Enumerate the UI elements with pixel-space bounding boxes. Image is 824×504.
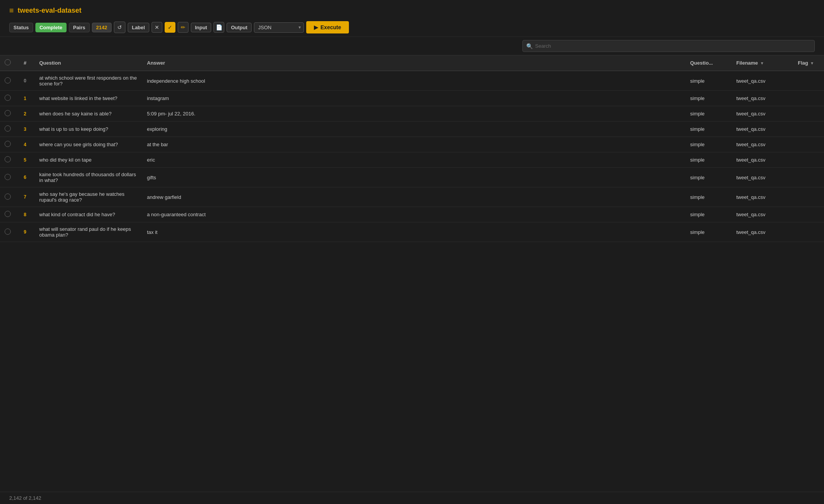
search-container: 🔍 <box>522 40 815 52</box>
row-questiontype-cell: simple <box>686 168 732 187</box>
row-radio[interactable] <box>5 211 11 217</box>
pencil-icon: ✏ <box>181 24 185 30</box>
th-flag[interactable]: Flag ▾ <box>793 55 824 71</box>
row-filename-cell: tweet_qa.csv <box>732 187 793 207</box>
row-filename-cell: tweet_qa.csv <box>732 152 793 168</box>
input-button[interactable]: Input <box>191 23 212 32</box>
row-questiontype-cell: simple <box>686 187 732 207</box>
th-checkbox[interactable] <box>0 55 15 71</box>
record-count: 2,142 of 2,142 <box>9 495 41 501</box>
app-icon: ≡ <box>9 6 14 15</box>
row-flag-cell <box>793 207 824 222</box>
th-questiontype: Questio... <box>686 55 732 71</box>
toolbar: Status Complete Pairs 2142 ↺ Label ✕ ✓ ✏… <box>9 21 815 33</box>
row-flag-cell <box>793 168 824 187</box>
row-questiontype-cell: simple <box>686 106 732 122</box>
confirm-label-button[interactable]: ✓ <box>165 22 175 33</box>
row-radio[interactable] <box>5 110 11 116</box>
row-radio[interactable] <box>5 141 11 147</box>
row-checkbox-cell[interactable] <box>0 187 15 207</box>
app-title: tweets-eval-dataset <box>18 7 82 15</box>
row-radio[interactable] <box>5 77 11 83</box>
row-radio[interactable] <box>5 229 11 235</box>
row-question-cell: kaine took hundreds of thousands of doll… <box>35 168 142 187</box>
search-input[interactable] <box>522 40 815 52</box>
row-filename-cell: tweet_qa.csv <box>732 122 793 137</box>
check-icon: ✓ <box>168 24 172 30</box>
row-filename-cell: tweet_qa.csv <box>732 71 793 91</box>
row-num-cell: 8 <box>15 207 35 222</box>
table-row: 4where can you see girls doing that?at t… <box>0 137 824 152</box>
row-filename-cell: tweet_qa.csv <box>732 91 793 106</box>
row-answer-cell: gifts <box>142 168 686 187</box>
table-row: 6kaine took hundreds of thousands of dol… <box>0 168 824 187</box>
sort-flag-icon: ▾ <box>811 61 813 65</box>
row-radio[interactable] <box>5 95 11 101</box>
edit-button[interactable]: ✏ <box>178 22 188 33</box>
play-icon: ▶ <box>314 24 318 30</box>
row-flag-cell <box>793 106 824 122</box>
row-num-cell: 4 <box>15 137 35 152</box>
output-button[interactable]: Output <box>227 23 252 32</box>
table-row: 7who say he's gay because he watches rup… <box>0 187 824 207</box>
row-filename-cell: tweet_qa.csv <box>732 168 793 187</box>
row-num-cell: 6 <box>15 168 35 187</box>
row-checkbox-cell[interactable] <box>0 91 15 106</box>
row-checkbox-cell[interactable] <box>0 106 15 122</box>
clear-label-button[interactable]: ✕ <box>152 22 162 33</box>
data-table-container[interactable]: # Question Answer Questio... Filename ▾ … <box>0 55 824 492</box>
refresh-button[interactable]: ↺ <box>114 22 125 33</box>
table-row: 3what is up to us to keep doing?explorin… <box>0 122 824 137</box>
row-questiontype-cell: simple <box>686 91 732 106</box>
th-question: Question <box>35 55 142 71</box>
row-question-cell: what will senator rand paul do if he kee… <box>35 222 142 242</box>
row-flag-cell <box>793 91 824 106</box>
file-button[interactable]: 📄 <box>214 22 224 33</box>
row-flag-cell <box>793 152 824 168</box>
row-checkbox-cell[interactable] <box>0 71 15 91</box>
row-radio[interactable] <box>5 125 11 132</box>
table-row: 5who did they kil on tapeericsimpletweet… <box>0 152 824 168</box>
complete-badge: Complete <box>35 23 67 32</box>
row-filename-cell: tweet_qa.csv <box>732 137 793 152</box>
row-question-cell: what website is linked in the tweet? <box>35 91 142 106</box>
file-icon: 📄 <box>216 24 222 30</box>
row-answer-cell: independence high school <box>142 71 686 91</box>
row-num-cell: 2 <box>15 106 35 122</box>
table-row: 8what kind of contract did he have?a non… <box>0 207 824 222</box>
execute-label: Execute <box>320 24 341 30</box>
count-badge: 2142 <box>92 23 112 32</box>
table-row: 2when does he say kaine is able?5:09 pm-… <box>0 106 824 122</box>
row-checkbox-cell[interactable] <box>0 152 15 168</box>
format-select-wrapper: JSON CSV TSV ▾ <box>254 22 304 33</box>
row-questiontype-cell: simple <box>686 222 732 242</box>
row-filename-cell: tweet_qa.csv <box>732 222 793 242</box>
footer: 2,142 of 2,142 <box>0 492 824 504</box>
row-question-cell: when does he say kaine is able? <box>35 106 142 122</box>
pairs-badge: Pairs <box>69 23 90 32</box>
row-answer-cell: exploring <box>142 122 686 137</box>
sort-filename-icon: ▾ <box>761 61 763 65</box>
row-radio[interactable] <box>5 156 11 162</box>
row-checkbox-cell[interactable] <box>0 137 15 152</box>
row-flag-cell <box>793 222 824 242</box>
row-question-cell: at which school were first responders on… <box>35 71 142 91</box>
row-answer-cell: a non-guaranteed contract <box>142 207 686 222</box>
row-question-cell: where can you see girls doing that? <box>35 137 142 152</box>
table-row: 0at which school were first responders o… <box>0 71 824 91</box>
row-question-cell: what is up to us to keep doing? <box>35 122 142 137</box>
th-filename[interactable]: Filename ▾ <box>732 55 793 71</box>
row-radio[interactable] <box>5 174 11 180</box>
label-button[interactable]: Label <box>128 23 149 32</box>
format-select[interactable]: JSON CSV TSV <box>254 22 304 33</box>
data-table: # Question Answer Questio... Filename ▾ … <box>0 55 824 242</box>
row-checkbox-cell[interactable] <box>0 222 15 242</box>
row-checkbox-cell[interactable] <box>0 207 15 222</box>
row-questiontype-cell: simple <box>686 152 732 168</box>
row-radio[interactable] <box>5 194 11 200</box>
row-checkbox-cell[interactable] <box>0 168 15 187</box>
row-checkbox-cell[interactable] <box>0 122 15 137</box>
execute-button[interactable]: ▶ Execute <box>306 21 349 33</box>
row-question-cell: who did they kil on tape <box>35 152 142 168</box>
row-answer-cell: eric <box>142 152 686 168</box>
